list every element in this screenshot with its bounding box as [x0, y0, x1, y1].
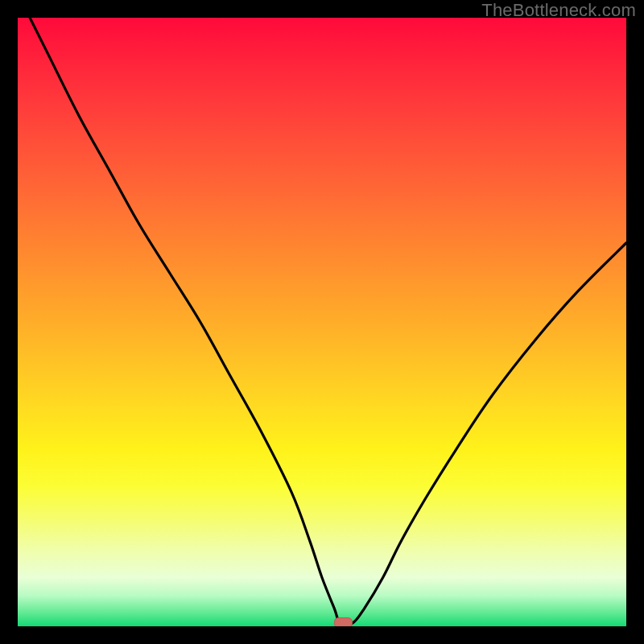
chart-frame: TheBottleneck.com: [0, 0, 644, 644]
chart-svg: [18, 18, 626, 626]
bottleneck-curve: [30, 18, 626, 625]
plot-area: [18, 18, 626, 626]
minimum-marker: [334, 617, 352, 626]
watermark-text: TheBottleneck.com: [481, 0, 636, 21]
